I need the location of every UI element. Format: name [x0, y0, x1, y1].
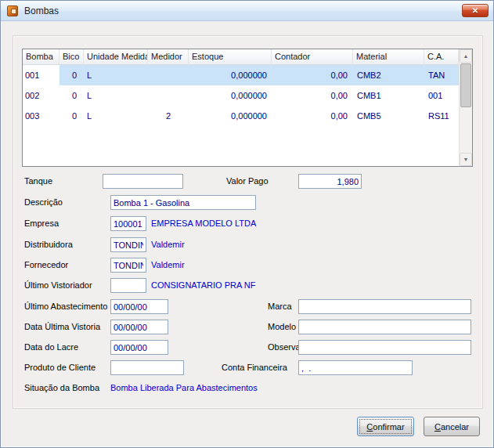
- column-header-medidor[interactable]: Medidor: [148, 49, 189, 65]
- table-cell[interactable]: [148, 65, 189, 85]
- modelo-input[interactable]: [298, 320, 471, 334]
- table-cell[interactable]: CMB5: [353, 106, 424, 126]
- ultimo-vistoriador-info: CONSIGNATARIO PRA NF: [151, 280, 255, 290]
- distribuidora-label: Distribuidora: [24, 240, 73, 249]
- column-header-bico[interactable]: Bico: [59, 49, 84, 65]
- modelo-label: Modelo: [268, 322, 296, 331]
- table-header: Bomba Bico Unidade Medida Medidor Estoqu…: [23, 49, 459, 65]
- table-cell[interactable]: 0,00: [272, 65, 353, 85]
- cancelar-button[interactable]: Cancelar: [424, 417, 480, 436]
- column-header-bomba[interactable]: Bomba: [23, 49, 59, 65]
- table-cell[interactable]: 0,00: [272, 106, 353, 126]
- column-header-ca[interactable]: C.A.: [424, 49, 459, 65]
- close-button[interactable]: ✕: [462, 4, 489, 17]
- column-header-contador[interactable]: Contador: [272, 49, 353, 65]
- fornecedor-label: Fornecedor: [24, 260, 68, 269]
- tanque-label: Tanque: [24, 176, 52, 186]
- tanque-input[interactable]: [103, 174, 183, 189]
- ultimo-vistoriador-label: Último Vistoriador: [24, 280, 92, 290]
- empresa-label: Empresa: [24, 219, 59, 228]
- table-cell[interactable]: RS11: [424, 106, 459, 126]
- titlebar[interactable]: Bombas ✕: [1, 1, 493, 21]
- table-row[interactable]: 001 0 L 0,000000 0,00 CMB2 TAN: [23, 65, 459, 85]
- produto-de-cliente-label: Produto de Cliente: [24, 363, 96, 372]
- ultimo-vistoriador-input[interactable]: [110, 278, 146, 293]
- pumps-table[interactable]: Bomba Bico Unidade Medida Medidor Estoqu…: [22, 49, 473, 167]
- table-cell[interactable]: 0: [59, 65, 84, 85]
- valor-pago-label: Valor Pago: [226, 176, 269, 186]
- table-cell[interactable]: 002: [23, 85, 59, 106]
- confirmar-rest: onfirmar: [373, 422, 404, 432]
- table-cell[interactable]: 0: [59, 106, 84, 126]
- scroll-up-icon[interactable]: ▲: [460, 49, 472, 63]
- table-cell[interactable]: 2: [148, 106, 189, 126]
- conta-financeira-input[interactable]: [298, 360, 413, 375]
- situacao-da-bomba-label: Situação da Bomba: [24, 383, 99, 392]
- empresa-input[interactable]: [110, 216, 146, 231]
- confirmar-button[interactable]: Confirmar: [357, 417, 414, 436]
- table-cell[interactable]: CMB1: [353, 85, 424, 106]
- produto-de-cliente-input[interactable]: [110, 360, 184, 375]
- table-cell[interactable]: 0,00: [272, 85, 353, 106]
- distribuidora-info: Valdemir: [151, 240, 185, 249]
- conta-financeira-label: Conta Financeira: [222, 363, 287, 372]
- marca-input[interactable]: [298, 299, 471, 314]
- table-row[interactable]: 002 0 L 0,000000 0,00 CMB1 001: [23, 85, 459, 106]
- empresa-info: EMPRESA MODELO LTDA: [151, 219, 256, 228]
- ultimo-abastecimento-label: Último Abastecimento: [24, 302, 107, 311]
- descricao-input[interactable]: [110, 195, 256, 210]
- column-header-unidade-medida[interactable]: Unidade Medida: [84, 49, 148, 65]
- valor-pago-input[interactable]: [298, 174, 362, 189]
- table-cell[interactable]: [148, 85, 189, 106]
- table-row[interactable]: 003 0 L 2 0,000000 0,00 CMB5 RS11: [23, 106, 459, 126]
- table-cell[interactable]: TAN: [424, 65, 459, 85]
- observacao-input[interactable]: [298, 340, 471, 355]
- data-do-lacre-label: Data do Lacre: [24, 342, 78, 352]
- scroll-down-icon[interactable]: ▼: [460, 153, 472, 166]
- table-cell[interactable]: 003: [23, 106, 59, 126]
- window-title: Bombas: [24, 5, 59, 16]
- data-do-lacre-input[interactable]: [110, 340, 168, 355]
- table-cell[interactable]: 001: [23, 65, 59, 85]
- screen: Bombas ✕ Bomba Bico Unidade Medida Medid…: [0, 0, 494, 448]
- scrollbar-thumb[interactable]: [460, 63, 471, 107]
- table-cell[interactable]: 0,000000: [189, 85, 272, 106]
- table-cell[interactable]: 001: [424, 85, 459, 106]
- table-cell[interactable]: 0: [59, 85, 84, 106]
- column-header-estoque[interactable]: Estoque: [189, 49, 272, 65]
- table-cell[interactable]: CMB2: [353, 65, 424, 85]
- cancelar-accel: C: [435, 422, 441, 432]
- distribuidora-input[interactable]: [110, 237, 146, 252]
- data-ultima-vistoria-input[interactable]: [110, 320, 168, 334]
- marca-label: Marca: [268, 302, 292, 311]
- table-cell[interactable]: 0,000000: [189, 65, 272, 85]
- cancelar-rest: ancelar: [441, 422, 469, 432]
- window-icon: [7, 5, 18, 16]
- situacao-da-bomba-value: Bomba Liberada Para Abastecimentos: [110, 383, 258, 392]
- fornecedor-input[interactable]: [110, 258, 146, 273]
- table-cell[interactable]: L: [84, 65, 148, 85]
- descricao-label: Descrição: [24, 197, 63, 207]
- table-cell[interactable]: 0,000000: [189, 106, 272, 126]
- vertical-scrollbar[interactable]: ▲ ▼: [459, 49, 472, 166]
- data-ultima-vistoria-label: Data Última Vistoria: [24, 322, 100, 331]
- fornecedor-info: Valdemir: [151, 260, 185, 269]
- ultimo-abastecimento-input[interactable]: [110, 299, 168, 314]
- bombas-dialog: Bombas ✕ Bomba Bico Unidade Medida Medid…: [0, 0, 494, 448]
- table-cell[interactable]: L: [84, 85, 148, 106]
- table-cell[interactable]: L: [84, 106, 148, 126]
- column-header-material[interactable]: Material: [353, 49, 424, 65]
